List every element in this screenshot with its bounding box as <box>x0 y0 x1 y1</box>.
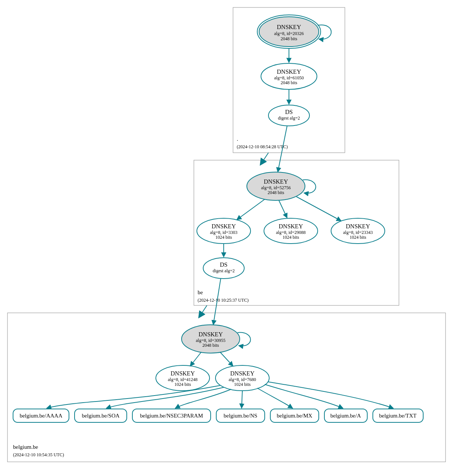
zone-ts-be: (2024-12-10 10:25:37 UTC) <box>198 298 249 303</box>
svg-text:2048 bits: 2048 bits <box>281 80 298 85</box>
svg-text:1024 bits: 1024 bits <box>234 382 251 387</box>
svg-text:alg=8, id=52756: alg=8, id=52756 <box>261 185 291 190</box>
rrset-txt: belgium.be/TXT <box>373 409 423 422</box>
node-be-ds: DS digest alg=2 <box>203 258 244 279</box>
svg-text:alg=8, id=30955: alg=8, id=30955 <box>196 338 226 343</box>
node-root-ksk: DNSKEY alg=8, id=20326 2048 bits <box>257 15 321 48</box>
svg-text:belgium.be/NSEC3PARAM: belgium.be/NSEC3PARAM <box>140 413 203 419</box>
svg-text:alg=8, id=23343: alg=8, id=23343 <box>343 230 373 235</box>
svg-text:belgium.be/NS: belgium.be/NS <box>224 413 257 419</box>
rrset-soa: belgium.be/SOA <box>75 409 127 422</box>
svg-text:1024 bits: 1024 bits <box>174 382 191 387</box>
svg-text:belgium.be/SOA: belgium.be/SOA <box>82 413 119 419</box>
node-dom-ksk: DNSKEY alg=8, id=30955 2048 bits <box>182 325 240 353</box>
svg-text:DNSKEY: DNSKEY <box>346 223 370 229</box>
rrset-a: belgium.be/A <box>324 409 367 422</box>
svg-text:alg=8, id=29088: alg=8, id=29088 <box>276 230 306 235</box>
zone-label-be: be <box>198 289 203 295</box>
svg-text:digest alg=2: digest alg=2 <box>213 268 235 273</box>
node-dom-zsk2: DNSKEY alg=8, id=7680 1024 bits <box>216 365 269 391</box>
rrset-aaaa: belgium.be/AAAA <box>13 409 69 422</box>
svg-text:1024 bits: 1024 bits <box>283 235 299 240</box>
svg-text:belgium.be/TXT: belgium.be/TXT <box>379 413 416 419</box>
node-dom-zsk1: DNSKEY alg=8, id=41248 1024 bits <box>156 365 210 391</box>
svg-text:1024 bits: 1024 bits <box>216 235 232 240</box>
svg-text:digest alg=2: digest alg=2 <box>278 115 300 121</box>
node-be-zsk2: DNSKEY alg=8, id=29088 1024 bits <box>264 218 318 244</box>
svg-text:DNSKEY: DNSKEY <box>212 223 236 229</box>
zone-ts-root: (2024-12-10 08:54:28 UTC) <box>237 144 288 149</box>
zone-label-root: . <box>237 136 238 142</box>
svg-text:DNSKEY: DNSKEY <box>199 331 223 337</box>
svg-text:belgium.be/A: belgium.be/A <box>330 413 361 419</box>
edge-beksk-zsk2 <box>279 200 287 218</box>
edge-be-to-domain-box <box>199 305 207 317</box>
svg-text:DNSKEY: DNSKEY <box>279 223 303 229</box>
svg-text:2048 bits: 2048 bits <box>281 36 298 41</box>
svg-text:alg=8, id=3303: alg=8, id=3303 <box>210 230 237 235</box>
svg-text:2048 bits: 2048 bits <box>202 343 219 348</box>
node-root-zsk: DNSKEY alg=8, id=61050 2048 bits <box>261 63 317 89</box>
svg-text:DNSKEY: DNSKEY <box>171 370 195 377</box>
dnssec-graph: . (2024-12-10 08:54:28 UTC) DNSKEY alg=8… <box>0 0 453 476</box>
rrset-ns: belgium.be/NS <box>216 409 265 422</box>
edge-root-to-be-box <box>261 153 268 164</box>
svg-text:alg=8, id=41248: alg=8, id=41248 <box>168 377 198 382</box>
svg-text:DNSKEY: DNSKEY <box>277 69 301 75</box>
node-root-ds: DS digest alg=2 <box>268 105 309 126</box>
edge-beksk-zsk1 <box>237 199 265 220</box>
rrset-mx: belgium.be/MX <box>270 409 319 422</box>
node-be-ksk: DNSKEY alg=8, id=52756 2048 bits <box>247 172 305 200</box>
svg-text:DNSKEY: DNSKEY <box>264 178 288 185</box>
svg-text:DS: DS <box>220 261 227 268</box>
zone-label-domain: belgium.be <box>13 444 38 450</box>
node-be-zsk1: DNSKEY alg=8, id=3303 1024 bits <box>197 218 251 244</box>
edge-domksk-zsk2 <box>220 352 233 366</box>
edge-beksk-zsk3 <box>296 197 341 221</box>
edge-zsk2-ns <box>242 391 242 408</box>
svg-text:belgium.be/MX: belgium.be/MX <box>277 413 312 419</box>
node-be-zsk3: DNSKEY alg=8, id=23343 1024 bits <box>331 218 385 244</box>
svg-text:DNSKEY: DNSKEY <box>277 24 301 30</box>
svg-text:DS: DS <box>285 109 293 115</box>
svg-text:alg=8, id=20326: alg=8, id=20326 <box>274 31 304 36</box>
zone-ts-domain: (2024-12-10 10:54:35 UTC) <box>13 452 64 457</box>
svg-text:belgium.be/AAAA: belgium.be/AAAA <box>20 413 63 419</box>
svg-text:alg=8, id=61050: alg=8, id=61050 <box>274 75 304 80</box>
edge-domksk-zsk1 <box>190 352 201 366</box>
svg-text:2048 bits: 2048 bits <box>268 190 284 195</box>
rrset-nsec3param: belgium.be/NSEC3PARAM <box>132 409 211 422</box>
svg-text:alg=8, id=7680: alg=8, id=7680 <box>229 377 256 382</box>
svg-text:DNSKEY: DNSKEY <box>230 370 255 377</box>
svg-text:1024 bits: 1024 bits <box>350 235 367 240</box>
